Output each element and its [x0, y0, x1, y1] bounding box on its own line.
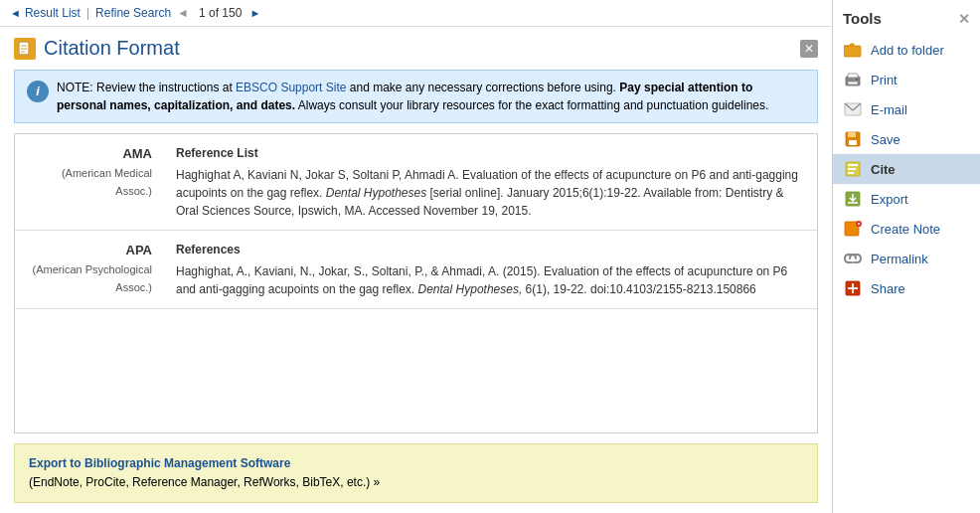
- sidebar-item-add-to-folder[interactable]: Add to folder: [833, 35, 980, 65]
- sidebar-label-save: Save: [871, 132, 900, 147]
- svg-point-8: [856, 79, 858, 81]
- sidebar-item-export[interactable]: Export: [833, 184, 980, 214]
- sidebar-label-email: E-mail: [871, 102, 907, 117]
- create-note-icon: [843, 220, 863, 238]
- export-note: Export to Bibliographic Management Softw…: [14, 443, 818, 503]
- share-icon: [843, 279, 863, 297]
- citation-title-wrap: Citation Format: [14, 37, 180, 60]
- sidebar-header: Tools ✕: [833, 10, 980, 35]
- format-label-apa: APA(American Psychological Assoc.): [15, 231, 164, 309]
- citation-table-wrap[interactable]: AMA(American Medical Assoc.)Reference Li…: [14, 133, 818, 433]
- citation-text-ama: Reference ListHaghighat A, Kaviani N, Jo…: [164, 134, 817, 231]
- sidebar-item-permalink[interactable]: Permalink: [833, 244, 980, 273]
- sidebar-title: Tools: [843, 10, 882, 27]
- main-content: ◄ Result List | Refine Search ◄ 1 of 150…: [0, 0, 833, 513]
- sidebar-item-save[interactable]: Save: [833, 124, 980, 154]
- close-button[interactable]: ✕: [800, 40, 818, 58]
- svg-rect-4: [844, 46, 861, 57]
- result-list-link[interactable]: Result List: [25, 6, 81, 20]
- ref-label-apa: References: [176, 241, 805, 258]
- top-nav: ◄ Result List | Refine Search ◄ 1 of 150…: [0, 0, 832, 27]
- cite-icon: [843, 160, 863, 178]
- export-link[interactable]: Export to Bibliographic Management Softw…: [29, 456, 290, 470]
- permalink-icon: [843, 250, 863, 267]
- sidebar-close-button[interactable]: ✕: [958, 11, 970, 27]
- print-icon: [843, 71, 863, 88]
- citation-doc-icon: [14, 38, 36, 60]
- nav-separator-1: |: [86, 6, 89, 20]
- sidebar: Tools ✕ Add to folderPrintE-mailSaveCite…: [833, 0, 980, 513]
- sidebar-label-share: Share: [871, 281, 905, 296]
- ref-label-ama: Reference List: [176, 144, 805, 162]
- sidebar-item-share[interactable]: Share: [833, 273, 980, 303]
- sidebar-label-cite: Cite: [871, 162, 896, 177]
- svg-rect-7: [848, 82, 858, 85]
- sidebar-item-email[interactable]: E-mail: [833, 94, 980, 124]
- sidebar-items-container: Add to folderPrintE-mailSaveCiteExportCr…: [833, 35, 980, 303]
- sidebar-label-permalink: Permalink: [871, 252, 928, 266]
- svg-rect-14: [848, 164, 858, 166]
- sidebar-label-create-note: Create Note: [871, 222, 940, 237]
- sidebar-item-create-note[interactable]: Create Note: [833, 214, 980, 244]
- page-count: 1 of 150: [199, 6, 242, 20]
- svg-rect-16: [848, 172, 854, 174]
- save-icon: [843, 130, 863, 148]
- citation-text-apa: ReferencesHaghighat, A., Kaviani, N., Jo…: [164, 231, 817, 309]
- sidebar-label-export: Export: [871, 192, 908, 207]
- sidebar-item-print[interactable]: Print: [833, 65, 980, 94]
- nav-separator-2: ◄: [177, 6, 189, 20]
- export-body: (EndNote, ProCite, Reference Manager, Re…: [29, 475, 380, 489]
- email-icon: [843, 100, 863, 118]
- citation-title: Citation Format: [44, 37, 180, 60]
- info-note: i NOTE: Review the instructions at EBSCO…: [14, 70, 818, 123]
- citation-header: Citation Format ✕: [14, 37, 818, 60]
- sidebar-item-cite[interactable]: Cite: [833, 154, 980, 184]
- citation-table: AMA(American Medical Assoc.)Reference Li…: [15, 134, 817, 309]
- next-arrow[interactable]: ►: [249, 7, 260, 19]
- sidebar-label-add-to-folder: Add to folder: [871, 43, 944, 58]
- citation-panel: Citation Format ✕ i NOTE: Review the ins…: [0, 27, 832, 513]
- refine-search-link[interactable]: Refine Search: [95, 6, 171, 20]
- info-icon: i: [27, 81, 49, 102]
- prev-arrow[interactable]: ◄: [10, 7, 21, 19]
- citation-body-ama: Haghighat A, Kaviani N, Jokar S, Soltani…: [176, 168, 798, 218]
- info-text: NOTE: Review the instructions at EBSCO S…: [57, 79, 805, 114]
- svg-rect-6: [848, 74, 858, 78]
- sidebar-label-print: Print: [871, 73, 898, 87]
- format-label-ama: AMA(American Medical Assoc.): [15, 134, 164, 231]
- svg-rect-12: [849, 140, 857, 145]
- add-to-folder-icon: [843, 41, 863, 59]
- export-icon: [843, 190, 863, 208]
- ebsco-link[interactable]: EBSCO Support Site: [236, 81, 346, 94]
- svg-rect-11: [848, 132, 856, 137]
- svg-rect-15: [848, 168, 856, 170]
- citation-body-apa: Haghighat, A., Kaviani, N., Jokar, S., S…: [176, 264, 787, 296]
